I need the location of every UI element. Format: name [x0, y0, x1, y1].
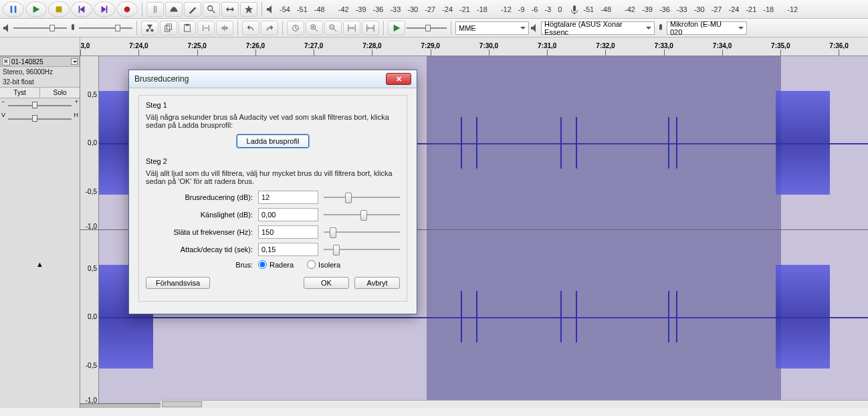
attack-input[interactable]	[258, 243, 318, 256]
reduction-label: Brusreducering (dB):	[146, 193, 253, 201]
reduction-input[interactable]	[258, 191, 318, 204]
noise-label: Brus:	[146, 261, 253, 269]
cancel-button[interactable]: Avbryt	[354, 277, 400, 289]
step1-text: Välj några sekunder brus så Audacity vet…	[146, 113, 400, 129]
dialog-title: Brusreducering	[134, 74, 386, 84]
smoothing-label: Släta ut frekvenser (Hz):	[146, 228, 253, 236]
smoothing-input[interactable]	[258, 225, 318, 239]
get-noise-profile-button[interactable]: Ladda brusprofil	[237, 134, 310, 148]
dialog-titlebar[interactable]: Brusreducering ✕	[129, 70, 417, 88]
attack-label: Attack/decay tid (sek):	[146, 245, 253, 253]
sensitivity-label: Känslighet (dB):	[146, 211, 253, 219]
attack-slider[interactable]	[324, 243, 400, 256]
ok-button[interactable]: OK	[304, 277, 349, 289]
noise-reduction-dialog: Brusreducering ✕ Steg 1 Välj några sekun…	[128, 70, 417, 314]
radio-remove[interactable]: Radera	[258, 260, 294, 269]
preview-button[interactable]: Förhandsvisa	[146, 277, 210, 289]
step2-text: Välj allt ljud som du vill filtrera, väl…	[146, 169, 400, 185]
reduction-slider[interactable]	[324, 191, 400, 204]
sensitivity-input[interactable]	[258, 208, 318, 221]
sensitivity-slider[interactable]	[324, 208, 400, 221]
step1-heading: Steg 1	[146, 101, 400, 109]
radio-isolate[interactable]: Isolera	[307, 260, 340, 269]
dialog-mask: Brusreducering ✕ Steg 1 Välj några sekun…	[0, 0, 868, 416]
close-icon[interactable]: ✕	[386, 73, 411, 85]
step2-heading: Steg 2	[146, 157, 400, 165]
smoothing-slider[interactable]	[324, 225, 400, 239]
